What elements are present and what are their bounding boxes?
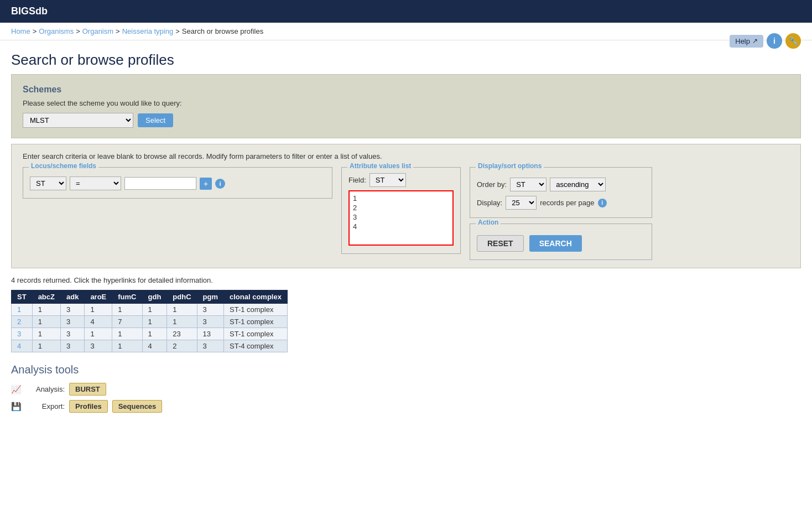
search-panels: Locus/scheme fields ST abcZ adk aroE fum… — [23, 167, 789, 260]
cell-fumc: 1 — [112, 304, 142, 316]
table-row: 21347113ST-1 complex — [12, 316, 288, 328]
add-locus-button[interactable]: + — [200, 178, 212, 190]
cell-aroe: 4 — [85, 316, 112, 328]
tool-button[interactable]: 🔧 — [785, 33, 801, 49]
cell-clonal_complex: ST-1 complex — [224, 328, 288, 340]
breadcrumb-organisms[interactable]: Organisms — [39, 27, 74, 35]
st-link[interactable]: 2 — [17, 318, 21, 326]
list-item[interactable]: 4 — [352, 222, 450, 231]
cell-pgm: 3 — [197, 304, 223, 316]
breadcrumb-neisseria[interactable]: Neisseria typing — [122, 27, 174, 35]
col-header-gdh: gdh — [142, 290, 167, 304]
chart-icon: 📈 — [11, 384, 22, 394]
cell-st[interactable]: 4 — [12, 340, 33, 352]
analysis-label: Analysis: — [26, 385, 65, 393]
help-label: Help — [735, 37, 750, 45]
cell-aroe: 1 — [85, 328, 112, 340]
cell-gdh: 1 — [142, 328, 167, 340]
cell-clonal_complex: ST-4 complex — [224, 340, 288, 352]
cell-abcz: 1 — [32, 316, 60, 328]
search-button[interactable]: SEARCH — [529, 235, 582, 252]
breadcrumb: Home > Organisms > Organism > Neisseria … — [0, 23, 812, 40]
locus-row: ST abcZ adk aroE fumC gdh pdhC pgm = con… — [30, 176, 325, 190]
breadcrumb-home[interactable]: Home — [11, 27, 30, 35]
locus-info-icon: i — [215, 179, 225, 189]
locus-field-select[interactable]: ST abcZ adk aroE fumC gdh pdhC pgm — [30, 176, 66, 190]
orderby-row: Order by: ST abcZ adk aroE fumC gdh pdhC… — [477, 178, 645, 191]
attribute-listbox[interactable]: 1 2 3 4 — [348, 190, 454, 246]
scheme-select-row: MLST Select — [23, 113, 789, 128]
st-link[interactable]: 1 — [17, 305, 21, 314]
list-item[interactable]: 1 — [352, 194, 450, 203]
analysis-tools-heading: Analysis tools — [11, 363, 801, 376]
records-per-page-select[interactable]: 25 50 100 200 — [506, 196, 537, 210]
help-button[interactable]: Help ↗ — [730, 35, 763, 48]
list-item[interactable]: 2 — [352, 203, 450, 212]
breadcrumb-organism[interactable]: Organism — [82, 27, 113, 35]
analysis-row: 📈 Analysis: BURST — [11, 383, 801, 396]
locus-fields-panel: Locus/scheme fields ST abcZ adk aroE fum… — [23, 167, 332, 199]
locus-fields-legend: Locus/scheme fields — [29, 162, 98, 170]
app-title: BIGSdb — [11, 6, 48, 17]
scheme-dropdown[interactable]: MLST — [23, 113, 133, 128]
cell-abcz: 1 — [32, 304, 60, 316]
schemes-section: Schemes Please select the scheme you wou… — [11, 74, 801, 138]
list-item[interactable]: 3 — [352, 212, 450, 222]
burst-button[interactable]: BURST — [69, 383, 106, 396]
select-button[interactable]: Select — [138, 113, 173, 127]
attribute-field-row: Field: ST abcZ adk aroE fumC gdh pdhC pg… — [348, 173, 454, 187]
cell-gdh: 1 — [142, 304, 167, 316]
display-sort-legend: Display/sort options — [476, 162, 544, 170]
orderby-label: Order by: — [477, 180, 507, 189]
attribute-field-select[interactable]: ST abcZ adk aroE fumC gdh pdhC pgm — [369, 173, 406, 187]
locus-operator-select[interactable]: = contains starts with ends with > >= < … — [70, 176, 121, 190]
top-icons-container: Help ↗ i 🔧 — [730, 33, 801, 49]
cell-pgm: 13 — [197, 328, 223, 340]
cell-pdhc: 23 — [167, 328, 197, 340]
direction-select[interactable]: ascending descending — [550, 178, 606, 191]
action-panel: Action RESET SEARCH — [470, 223, 652, 260]
st-link[interactable]: 3 — [17, 330, 21, 338]
col-header-clonal: clonal complex — [224, 290, 288, 304]
sequences-button[interactable]: Sequences — [112, 400, 163, 413]
col-header-aroe: aroE — [85, 290, 112, 304]
info-button[interactable]: i — [767, 33, 782, 49]
orderby-select[interactable]: ST abcZ adk aroE fumC gdh pdhC pgm — [510, 178, 546, 191]
col-header-fumc: fumC — [112, 290, 142, 304]
display-label: Display: — [477, 199, 502, 207]
action-legend: Action — [476, 219, 501, 226]
profiles-button[interactable]: Profiles — [69, 400, 108, 413]
cell-gdh: 4 — [142, 340, 167, 352]
cell-st[interactable]: 3 — [12, 328, 33, 340]
cell-adk: 3 — [60, 328, 84, 340]
cell-pgm: 3 — [197, 316, 223, 328]
app-header: BIGSdb — [0, 0, 812, 23]
locus-value-input[interactable] — [124, 177, 196, 190]
cell-abcz: 1 — [32, 328, 60, 340]
display-sort-panel: Display/sort options Order by: ST abcZ a… — [470, 167, 652, 218]
records-label: records per page — [540, 199, 594, 207]
cell-pdhc: 1 — [167, 304, 197, 316]
wrench-icon: 🔧 — [789, 37, 798, 45]
external-link-icon: ↗ — [752, 37, 758, 45]
schemes-description: Please select the scheme you would like … — [23, 99, 789, 107]
results-section: 4 records returned. Click the hyperlinks… — [11, 276, 801, 352]
cell-pgm: 3 — [197, 340, 223, 352]
cell-pdhc: 1 — [167, 316, 197, 328]
cell-st[interactable]: 2 — [12, 316, 33, 328]
results-tbody: 11311113ST-1 complex21347113ST-1 complex… — [12, 304, 288, 352]
st-link[interactable]: 4 — [17, 342, 21, 350]
cell-fumc: 1 — [112, 340, 142, 352]
col-header-abcz: abcZ — [32, 290, 60, 304]
export-row: 💾 Export: Profiles Sequences — [11, 400, 801, 413]
reset-button[interactable]: RESET — [477, 235, 524, 252]
export-icon: 💾 — [11, 402, 22, 412]
attr-field-label: Field: — [348, 176, 366, 184]
cell-st[interactable]: 1 — [12, 304, 33, 316]
search-section: Enter search criteria or leave blank to … — [11, 144, 801, 268]
table-row: 11311113ST-1 complex — [12, 304, 288, 316]
display-info-icon: i — [598, 199, 607, 207]
table-header-row: ST abcZ adk aroE fumC gdh pdhC pgm clona… — [12, 290, 288, 304]
col-header-st: ST — [12, 290, 33, 304]
col-header-pgm: pgm — [197, 290, 223, 304]
